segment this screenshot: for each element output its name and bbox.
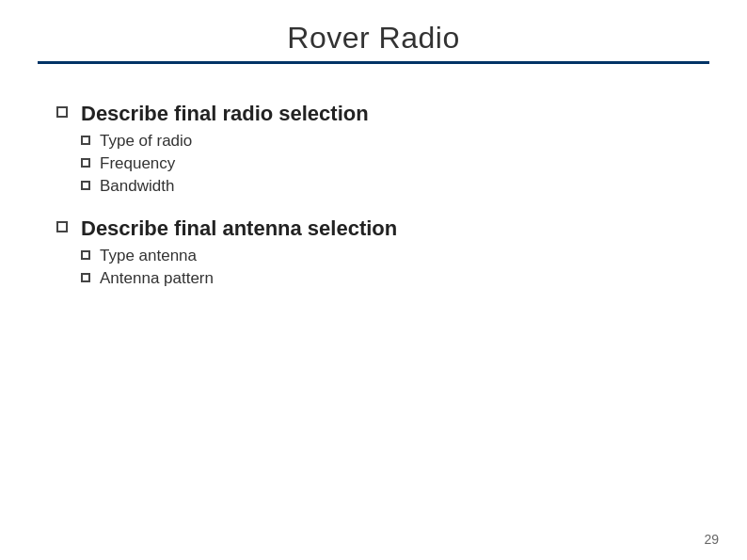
sub-list-item: Frequency — [81, 154, 691, 173]
main-item-block: Describe final radio selectionType of ra… — [81, 102, 691, 200]
main-list-item: Describe final antenna selectionType ant… — [56, 216, 691, 292]
sub-item-label: Type of radio — [100, 132, 192, 151]
main-item-label: Describe final radio selection — [81, 102, 691, 126]
sub-list-item: Antenna pattern — [81, 269, 691, 288]
page-number: 29 — [704, 532, 719, 547]
content-area: Describe final radio selectionType of ra… — [0, 73, 747, 292]
sub-item-label: Frequency — [100, 154, 175, 173]
header: Rover Radio — [0, 0, 747, 73]
main-list-item: Describe final radio selectionType of ra… — [56, 102, 691, 200]
sub-list-item: Bandwidth — [81, 177, 691, 196]
slide-title: Rover Radio — [0, 21, 747, 56]
main-bullet — [56, 221, 68, 232]
sub-bullet — [81, 273, 90, 282]
main-list: Describe final radio selectionType of ra… — [56, 102, 691, 292]
sub-bullet — [81, 136, 90, 145]
sub-item-label: Bandwidth — [100, 177, 174, 196]
slide: Rover Radio Describe final radio selecti… — [0, 0, 747, 560]
sub-list-item: Type antenna — [81, 247, 691, 265]
sub-bullet — [81, 181, 90, 190]
sub-bullet — [81, 250, 90, 260]
sub-list: Type antennaAntenna pattern — [81, 247, 691, 288]
sub-list-item: Type of radio — [81, 132, 691, 151]
header-divider — [38, 61, 709, 64]
main-bullet — [56, 106, 68, 118]
sub-item-label: Antenna pattern — [100, 269, 214, 288]
main-item-block: Describe final antenna selectionType ant… — [81, 216, 691, 292]
sub-item-label: Type antenna — [100, 247, 197, 265]
main-item-label: Describe final antenna selection — [81, 216, 691, 241]
sub-bullet — [81, 158, 90, 168]
sub-list: Type of radioFrequencyBandwidth — [81, 132, 691, 196]
